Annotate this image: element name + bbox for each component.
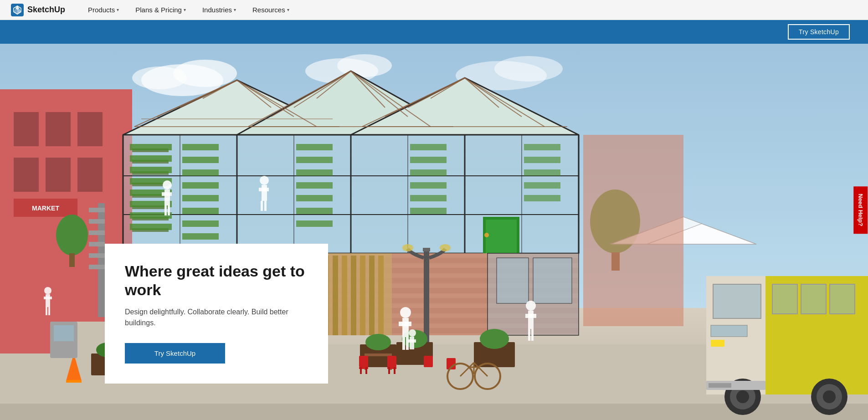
svg-rect-114	[296, 220, 333, 227]
hero-card: Where great ideas get to work Design del…	[105, 244, 328, 384]
svg-rect-191	[424, 356, 433, 367]
nav-item-plans-pricing[interactable]: Plans & Pricing ▾	[127, 0, 194, 20]
svg-rect-208	[528, 311, 534, 329]
svg-rect-200	[402, 318, 409, 337]
nav-item-products[interactable]: Products ▾	[80, 0, 127, 20]
svg-point-164	[484, 233, 489, 237]
svg-rect-232	[709, 383, 731, 388]
svg-rect-160	[369, 256, 375, 335]
svg-rect-132	[262, 185, 267, 201]
svg-rect-24	[89, 208, 105, 212]
svg-rect-101	[182, 157, 219, 163]
logo-text: SketchUp	[27, 5, 65, 15]
svg-rect-26	[89, 230, 105, 235]
svg-rect-157	[342, 256, 347, 335]
svg-rect-17	[14, 112, 39, 146]
svg-rect-113	[296, 208, 333, 214]
svg-rect-120	[410, 208, 447, 214]
svg-rect-185	[360, 367, 362, 374]
resources-chevron-icon: ▾	[287, 7, 289, 12]
svg-text:MARKET: MARKET	[32, 205, 59, 212]
svg-rect-106	[182, 220, 219, 227]
svg-point-34	[44, 287, 51, 294]
svg-rect-210	[528, 329, 530, 341]
svg-point-207	[526, 301, 536, 311]
svg-rect-115	[410, 144, 447, 150]
svg-rect-221	[801, 284, 826, 314]
svg-rect-36	[44, 297, 52, 299]
svg-point-171	[440, 244, 451, 251]
svg-rect-124	[524, 182, 560, 189]
try-sketchup-header-button[interactable]: Try SketchUp	[788, 24, 850, 40]
svg-rect-206	[408, 339, 416, 343]
svg-rect-118	[410, 182, 447, 189]
svg-rect-33	[69, 253, 75, 267]
svg-rect-233	[583, 135, 683, 326]
svg-rect-109	[296, 157, 333, 163]
svg-rect-189	[388, 367, 390, 374]
logo[interactable]: SketchUp	[11, 4, 65, 16]
nav-item-resources[interactable]: Resources ▾	[244, 0, 298, 20]
svg-rect-166	[497, 258, 529, 303]
svg-rect-119	[410, 195, 447, 201]
hero-subtitle: Design delightfully. Collaborate clearly…	[125, 307, 308, 328]
svg-rect-180	[365, 353, 392, 356]
svg-point-227	[736, 390, 749, 403]
nav-item-industries[interactable]: Industries ▾	[194, 0, 244, 20]
svg-rect-22	[77, 158, 103, 192]
svg-point-131	[260, 176, 269, 185]
svg-rect-129	[164, 205, 167, 215]
svg-rect-156	[333, 256, 338, 335]
svg-rect-158	[351, 256, 356, 335]
svg-point-177	[480, 329, 509, 349]
svg-point-204	[409, 329, 416, 337]
svg-rect-43	[54, 325, 74, 341]
svg-rect-104	[182, 195, 219, 201]
svg-rect-20	[14, 158, 39, 192]
svg-rect-163	[486, 220, 517, 253]
promo-banner: Try SketchUp	[0, 20, 868, 44]
svg-rect-38	[48, 307, 50, 315]
svg-rect-159	[360, 256, 365, 335]
svg-rect-187	[387, 356, 396, 367]
svg-rect-134	[261, 201, 263, 211]
svg-rect-220	[772, 284, 797, 314]
svg-rect-167	[533, 258, 572, 303]
navbar: SketchUp Products ▾ Plans & Pricing ▾ In…	[0, 0, 868, 20]
svg-rect-35	[46, 294, 50, 307]
svg-rect-103	[182, 182, 219, 189]
svg-rect-99	[130, 224, 172, 230]
svg-rect-223	[711, 325, 747, 337]
svg-rect-92	[130, 144, 172, 150]
need-help-tab[interactable]: Need Help?	[854, 186, 868, 234]
svg-rect-209	[525, 314, 536, 318]
svg-rect-116	[410, 157, 447, 163]
svg-rect-29	[89, 265, 105, 269]
svg-rect-93	[130, 155, 172, 162]
svg-point-8	[132, 67, 187, 89]
svg-rect-122	[524, 157, 560, 163]
nav-links: Products ▾ Plans & Pricing ▾ Industries …	[80, 0, 298, 20]
svg-point-173	[365, 334, 391, 350]
svg-rect-222	[830, 284, 855, 314]
products-chevron-icon: ▾	[117, 7, 119, 12]
svg-rect-40	[66, 380, 82, 383]
industries-chevron-icon: ▾	[234, 7, 236, 12]
svg-point-230	[823, 390, 836, 403]
svg-rect-201	[399, 322, 411, 326]
svg-rect-123	[524, 169, 560, 176]
svg-point-199	[400, 307, 411, 318]
svg-rect-128	[162, 192, 172, 196]
svg-rect-219	[713, 284, 761, 318]
svg-rect-108	[296, 144, 333, 150]
svg-rect-110	[296, 169, 333, 176]
svg-rect-19	[77, 112, 103, 146]
try-sketchup-hero-button[interactable]: Try SketchUp	[125, 343, 225, 364]
svg-rect-107	[182, 233, 219, 240]
svg-rect-133	[259, 188, 269, 191]
svg-rect-183	[359, 356, 368, 367]
sketchup-logo-icon	[11, 4, 24, 16]
svg-rect-117	[410, 169, 447, 176]
svg-rect-203	[406, 337, 409, 350]
svg-rect-21	[46, 158, 71, 192]
